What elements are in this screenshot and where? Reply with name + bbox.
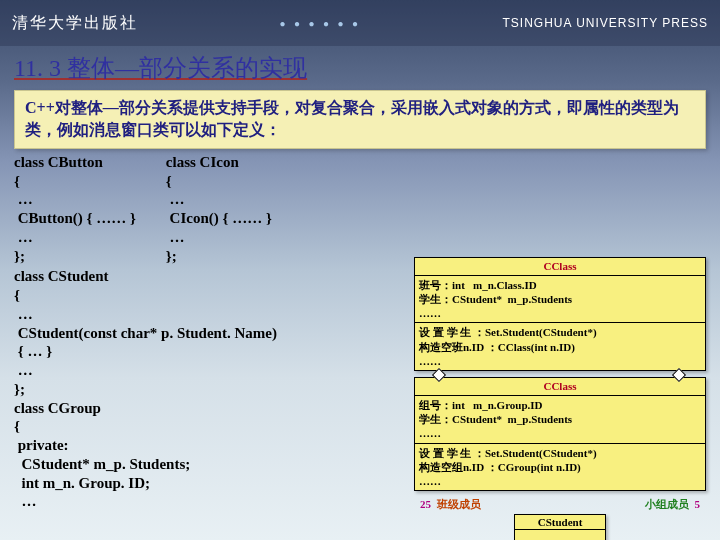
code-cbutton: class CButton { … CButton() { …… } … }; [14,153,136,266]
uml-ops: 设 置 学 生 ：Set.Student(CStudent*) 构造空组n.ID… [415,444,705,491]
intro-box: C++对整体—部分关系提供支持手段，对复合聚合，采用嵌入式对象的方式，即属性的类… [14,90,706,149]
mult-left: 25 班级成员 [420,497,481,512]
uml-attrs: 班号：int m_n.Class.ID 学生：CStudent* m_p.Stu… [415,276,705,324]
slide-title: 11. 3 整体—部分关系的实现 [14,52,706,84]
code-cstudent: class CStudent { … CStudent(const char* … [14,267,277,511]
uml-area: CClass 班号：int m_n.Class.ID 学生：CStudent* … [414,257,706,540]
code-row: class CButton { … CButton() { …… } … }; … [14,153,706,266]
uml-cclass-1: CClass 班号：int m_n.Class.ID 学生：CStudent* … [414,257,706,371]
uml-title: CStudent [515,515,605,530]
mult-right: 小组成员 5 [645,497,700,512]
uml-ops: 设 置 学 生 ：Set.Student(CStudent*) 构造空班n.ID… [415,323,705,370]
uml-cclass-2: CClass 组号：int m_n.Group.ID 学生：CStudent* … [414,377,706,491]
uml-title: CClass [415,378,705,395]
uml-multiplicity: 25 班级成员 小组成员 5 [414,497,706,512]
publisher-cn: 清华大学出版社 [12,13,138,34]
publisher-en: TSINGHUA UNIVERSITY PRESS [503,16,709,30]
bottom-area: class CStudent { … CStudent(const char* … [14,265,706,540]
slide-content: 11. 3 整体—部分关系的实现 C++对整体—部分关系提供支持手段，对复合聚合… [0,46,720,540]
uml-attrs: 组号：int m_n.Group.ID 学生：CStudent* m_p.Stu… [415,396,705,444]
uml-sec: …… [515,530,605,540]
header-dots: ● ● ● ● ● ● [279,18,361,29]
uml-cstudent: CStudent …… …… [514,514,606,540]
code-cicon: class CIcon { … CIcon() { …… } … }; [166,153,272,266]
slide-header: 清华大学出版社 ● ● ● ● ● ● TSINGHUA UNIVERSITY … [0,0,720,46]
uml-title: CClass [415,258,705,275]
uml-cstudent-wrap: CStudent …… …… [414,514,706,540]
